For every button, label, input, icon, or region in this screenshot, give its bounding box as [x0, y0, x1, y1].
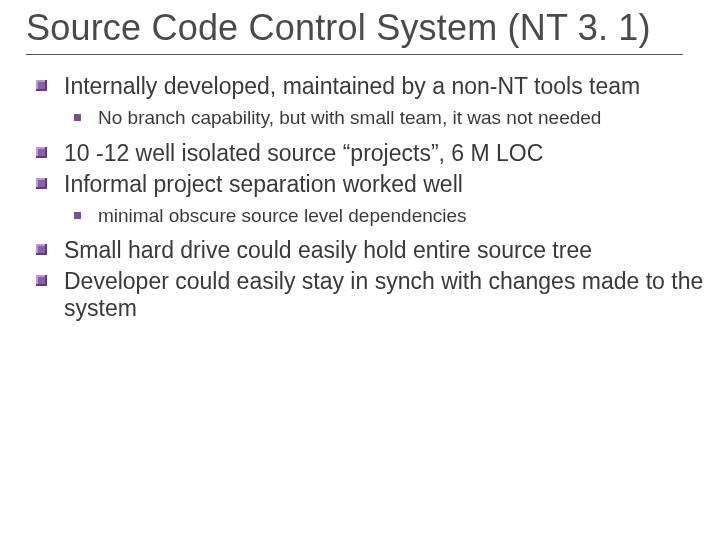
sub-bullet-list: minimal obscure source level dependencie… [64, 204, 710, 227]
sub-list-item: No branch capability, but with small tea… [98, 106, 710, 129]
list-item-text: Developer could easily stay in synch wit… [64, 268, 703, 321]
list-item: Internally developed, maintained by a no… [64, 73, 710, 129]
list-item-text: 10 -12 well isolated source “projects”, … [64, 140, 543, 166]
sub-bullet-list: No branch capability, but with small tea… [64, 106, 710, 129]
title-underline [26, 54, 683, 55]
sub-list-item: minimal obscure source level dependencie… [98, 204, 710, 227]
sub-list-item-text: minimal obscure source level dependencie… [98, 205, 467, 226]
sub-list-item-text: No branch capability, but with small tea… [98, 107, 601, 128]
list-item: Developer could easily stay in synch wit… [64, 268, 710, 322]
bullet-list: Internally developed, maintained by a no… [26, 73, 710, 322]
list-item-text: Small hard drive could easily hold entir… [64, 237, 592, 263]
list-item-text: Internally developed, maintained by a no… [64, 73, 640, 99]
list-item: Small hard drive could easily hold entir… [64, 237, 710, 264]
slide-title: Source Code Control System (NT 3. 1) [26, 8, 710, 48]
list-item-text: Informal project separation worked well [64, 171, 463, 197]
list-item: Informal project separation worked well … [64, 171, 710, 227]
list-item: 10 -12 well isolated source “projects”, … [64, 140, 710, 167]
